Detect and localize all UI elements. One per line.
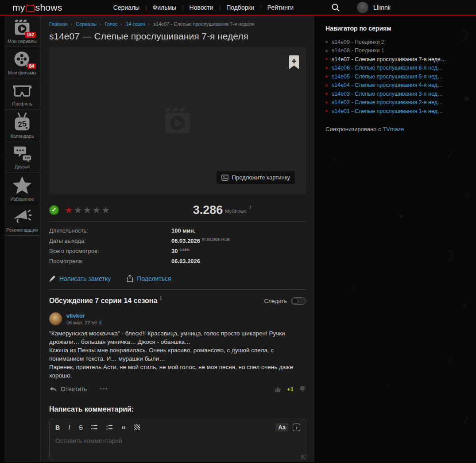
breadcrumb-current: s14e07 - Слепые прослушивания 7-я неделя [153, 21, 254, 27]
episode-bullet [325, 84, 328, 86]
comment: vlivkor 06 мар. 22:59# "Камерунская моск… [49, 312, 306, 393]
write-note-link[interactable]: Написать заметку [49, 275, 111, 282]
svg-text:1: 1 [106, 424, 108, 427]
watched-check-icon[interactable]: ✓ [49, 205, 59, 215]
sidebar-item-calendar[interactable]: 25 Календарь [4, 110, 40, 141]
sidebar-item-profile[interactable]: Профиль [4, 78, 40, 110]
star-icon[interactable]: ★ [102, 205, 111, 215]
follow-toggle[interactable] [291, 297, 306, 305]
quote-button[interactable]: “ [121, 427, 126, 432]
reply-arrow-icon [49, 386, 57, 392]
profile-glasses-icon [12, 82, 32, 100]
comment-avatar[interactable] [49, 312, 62, 325]
comment-author-link[interactable]: vlivkor [66, 312, 102, 319]
write-note-label: Написать заметку [59, 275, 111, 282]
episode-label: s14e05 - Слепые прослушивания 5-я нед… [332, 74, 443, 80]
detail-label: Всего просмотров: [49, 248, 171, 254]
sidebar-item-my-series[interactable]: 152 Мои сериалы [4, 16, 40, 47]
placeholder-clapper-icon [160, 106, 195, 136]
episode-bullet [325, 67, 328, 69]
suggest-image-button[interactable]: Предложите картинку [217, 171, 295, 184]
breadcrumb-show[interactable]: Голос [104, 21, 117, 27]
breadcrumb: Главная› Сериалы› Голос› 14 сезон› s14e0… [49, 21, 306, 27]
my-rating-stars[interactable]: ★★★★★ [65, 205, 111, 215]
info-icon[interactable]: i [293, 424, 300, 431]
episode-bullet [325, 110, 328, 112]
discussion-count: 1 [159, 296, 162, 301]
comment-more-button[interactable]: ••• [100, 386, 108, 392]
thumb-down-icon[interactable] [299, 386, 306, 393]
episode-nav-item-s14e06[interactable]: s14e06 - Слепые прослушивания 6-я нед… [325, 64, 476, 73]
star-icon[interactable]: ★ [65, 205, 74, 215]
breadcrumb-separator: › [70, 22, 72, 27]
detail-row-air-dates: Даты выхода: 06.03.2026 07.03.2026 04:30 [49, 237, 306, 248]
user-menu[interactable]: Lliinnii [357, 2, 391, 13]
logo-text-my: my [12, 2, 25, 13]
star-icon[interactable]: ★ [83, 205, 93, 215]
discussion-title: Обсуждение 7 серии 14 сезона [49, 297, 157, 305]
breadcrumb-home[interactable]: Главная [49, 21, 68, 27]
main-nav: Сериалы| Фильмы| Новости| Подборки| Рейт… [108, 4, 299, 11]
episode-label: s14e01 - Слепые прослушивания 1-я нед… [332, 108, 443, 114]
spoiler-button[interactable] [134, 424, 140, 430]
episode-bullet [325, 75, 328, 78]
star-icon[interactable]: ★ [93, 205, 102, 215]
episode-details: Длительность: 100 мин. Даты выхода: 06.0… [49, 222, 306, 269]
suggest-image-label: Предложите картинку [232, 174, 290, 181]
top-bar: my shows Сериалы| Фильмы| Новости| Подбо… [0, 0, 476, 16]
numbered-list-icon[interactable]: 12 [106, 424, 113, 430]
share-link[interactable]: Поделиться [127, 275, 171, 282]
episode-nav-item-s14e02[interactable]: s14e02 - Слепые прослушивания 2-я нед… [325, 98, 476, 107]
breadcrumb-season[interactable]: 14 сезон [126, 21, 145, 27]
follow-control[interactable]: Следить [264, 297, 306, 305]
italic-button[interactable]: I [68, 424, 70, 431]
episode-bullet [325, 50, 328, 52]
nav-ratings[interactable]: Рейтинги [262, 4, 299, 11]
nav-series[interactable]: Сериалы [108, 4, 146, 11]
breadcrumb-series[interactable]: Сериалы [76, 21, 97, 27]
logo[interactable]: my shows [12, 2, 62, 13]
sync-text: Синхронизировано с [325, 126, 381, 132]
sidebar-item-favorites[interactable]: Избранное [4, 173, 40, 204]
nav-movies[interactable]: Фильмы [147, 4, 182, 11]
detail-row-watched-date: Посмотрела: 06.03.2026 [49, 258, 306, 268]
comment-anchor-link[interactable]: # [99, 320, 102, 325]
nav-news[interactable]: Новости [184, 4, 219, 11]
resize-handle[interactable] [301, 455, 305, 459]
comment-editor[interactable]: B I S 12 “ Aa i Оставить комментарий [49, 419, 306, 460]
sidebar-item-friends[interactable]: Друзья [4, 141, 40, 173]
comment-text: "Камерунская москвичка" - блеск!!! Краса… [49, 329, 306, 380]
rating-value: 3.286 [193, 203, 223, 217]
star-icon[interactable]: ★ [74, 205, 83, 215]
sidebar-item-recommendations[interactable]: Рекомендации [4, 204, 40, 236]
episode-poster-placeholder: Предложите картинку [49, 47, 306, 194]
episode-nav-item-s14e04[interactable]: s14e04 - Слепые прослушивания 4-я нед… [325, 81, 476, 90]
episode-nav-item-s14e05[interactable]: s14e05 - Слепые прослушивания 5-я нед… [325, 72, 476, 81]
left-sidebar: 152 Мои сериалы 84 Мои фильмы Профиль [4, 16, 40, 462]
strikethrough-button[interactable]: S [79, 424, 83, 431]
bookmark-add-icon[interactable] [289, 55, 299, 70]
font-size-button[interactable]: Aa [275, 423, 288, 432]
episode-nav-item-s14e03[interactable]: s14e03 - Слепые прослушивания 3-я нед… [325, 89, 476, 98]
episode-label: s14e04 - Слепые прослушивания 4-я нед… [332, 82, 443, 88]
detail-row-total-views: Всего просмотров: 30 0.68% [49, 248, 306, 258]
comment-header: vlivkor 06 мар. 22:59# [49, 312, 306, 325]
tv-logo-icon [26, 4, 35, 12]
episode-nav-item-s14e01[interactable]: s14e01 - Слепые прослушивания 1-я нед… [325, 107, 476, 116]
reply-button[interactable]: Ответить [49, 385, 87, 393]
sync-status: Синхронизировано с TVmaze [325, 126, 476, 132]
thumb-up-icon[interactable] [275, 386, 281, 393]
bold-button[interactable]: B [55, 424, 60, 431]
breadcrumb-separator: › [120, 22, 122, 27]
comment-input[interactable]: Оставить комментарий [55, 437, 300, 444]
sidebar-item-my-movies[interactable]: 84 Мои фильмы [4, 47, 40, 78]
episode-bullet [325, 58, 328, 60]
episode-label: s14e02 - Слепые прослушивания 2-я нед… [332, 99, 443, 105]
search-icon[interactable] [331, 3, 340, 12]
comment-form-heading: Написать комментарий: [49, 405, 306, 413]
detail-label: Даты выхода: [49, 237, 171, 244]
tvmaze-link[interactable]: TVmaze [383, 126, 404, 132]
nav-collections[interactable]: Подборки [221, 4, 260, 11]
bullet-list-icon[interactable] [91, 424, 98, 430]
reply-label: Ответить [61, 385, 87, 393]
